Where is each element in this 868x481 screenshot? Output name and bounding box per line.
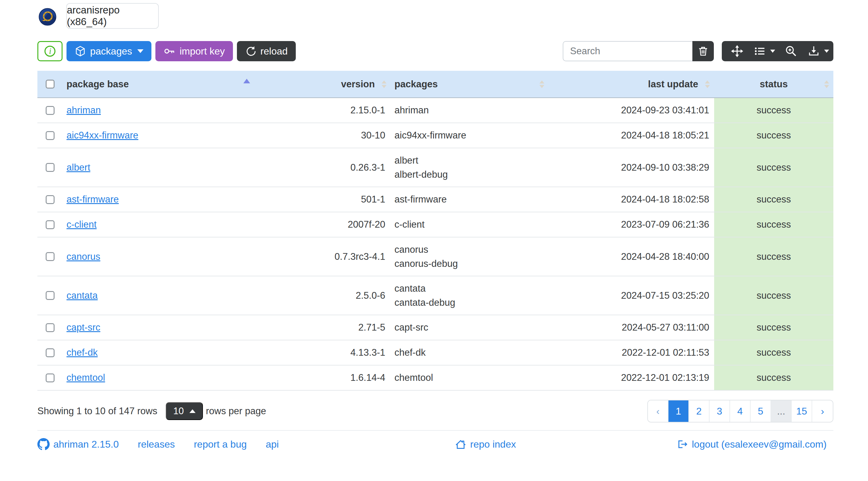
packages-cell: canoruscanorus-debug [391, 237, 549, 276]
column-header-version[interactable]: version [254, 71, 391, 97]
table-row[interactable]: cantata 2.5.0-6 cantatacantata-debug 202… [37, 276, 833, 315]
package-base-link[interactable]: albert [66, 162, 90, 173]
row-checkbox[interactable] [46, 131, 55, 140]
table-row[interactable]: aic94xx-firmware 30-10 aic94xx-firmware … [37, 123, 833, 148]
import-key-button-label: import key [180, 46, 225, 57]
table-tools-group [722, 41, 833, 61]
ahriman-web-ui: arcanisrepo (x86_64) i packages import k… [0, 0, 868, 481]
package-base-link[interactable]: canorus [66, 251, 100, 262]
trash-icon [697, 45, 709, 57]
chevron-down-icon [137, 49, 144, 53]
package-base-link[interactable]: ahriman [66, 105, 101, 116]
package-base-link[interactable]: aic94xx-firmware [66, 130, 138, 141]
table-row[interactable]: chef-dk 4.13.3-1 chef-dk 2022-12-01 02:1… [37, 341, 833, 365]
row-checkbox[interactable] [46, 163, 55, 172]
row-checkbox[interactable] [46, 291, 55, 300]
column-header-last-update[interactable]: last update [549, 71, 714, 97]
status-badge: success [757, 219, 791, 230]
package-base-link[interactable]: c-client [66, 219, 97, 230]
fullscreen-button[interactable] [724, 41, 751, 61]
table-row[interactable]: capt-src 2.71-5 capt-src 2024-05-27 03:1… [37, 315, 833, 341]
table-row[interactable]: ahriman 2.15.0-1 ahriman 2024-09-23 03:4… [37, 98, 833, 123]
column-header-packages[interactable]: packages [391, 71, 549, 97]
detail-view-button[interactable] [778, 41, 805, 61]
status-cell: success [714, 212, 833, 237]
chevron-down-icon [824, 50, 829, 53]
row-checkbox[interactable] [46, 106, 55, 115]
packages-button-label: packages [90, 46, 132, 57]
row-checkbox[interactable] [46, 252, 55, 261]
status-cell: success [714, 187, 833, 212]
page-button-4[interactable]: 4 [730, 400, 751, 422]
svg-text:i: i [49, 47, 51, 56]
import-key-button[interactable]: import key [155, 41, 233, 61]
column-header-package-base[interactable]: package base [63, 71, 254, 97]
row-checkbox[interactable] [46, 195, 55, 204]
packages-cell: capt-src [391, 315, 549, 340]
last-update-cell: 2023-07-09 06:21:36 [549, 212, 714, 237]
page-button-prev[interactable]: ‹ [648, 400, 669, 422]
github-version-link[interactable]: ahriman 2.15.0 [37, 438, 119, 450]
status-cell: success [714, 237, 833, 276]
row-checkbox[interactable] [46, 348, 55, 357]
zoom-in-icon [785, 45, 798, 58]
table-row[interactable]: chemtool 1.6.14-4 chemtool 2022-12-01 02… [37, 365, 833, 391]
reload-button[interactable]: reload [237, 41, 296, 61]
showing-rows-text: Showing 1 to 10 of 147 rows [37, 406, 157, 417]
version-cell: 501-1 [254, 187, 391, 212]
page-size-dropdown[interactable]: 10 [166, 402, 203, 420]
repository-tab[interactable]: arcanisrepo (x86_64) [66, 3, 159, 29]
row-checkbox[interactable] [46, 323, 55, 332]
package-base-link[interactable]: chef-dk [66, 347, 98, 358]
version-cell: 0.7.3rc3-4.1 [254, 237, 391, 276]
export-dropdown-button[interactable] [805, 41, 832, 61]
version-cell: 30-10 [254, 123, 391, 148]
status-cell: success [714, 276, 833, 315]
arrow-clockwise-icon [245, 45, 256, 57]
info-circle-icon: i [44, 45, 56, 57]
row-checkbox[interactable] [46, 374, 55, 382]
columns-dropdown-button[interactable] [751, 41, 778, 61]
page-button-3[interactable]: 3 [710, 400, 730, 422]
clear-search-button[interactable] [692, 41, 714, 61]
download-icon [807, 45, 820, 58]
package-base-link[interactable]: ast-firmware [66, 194, 119, 205]
packages-cell: c-client [391, 212, 549, 237]
page-button-1[interactable]: 1 [669, 400, 689, 422]
version-cell: 2.15.0-1 [254, 98, 391, 123]
status-badge: success [757, 194, 791, 205]
status-cell: success [714, 148, 833, 187]
search-input[interactable] [563, 41, 692, 61]
repo-index-link[interactable]: repo index [455, 439, 516, 450]
package-base-link[interactable]: cantata [66, 290, 98, 301]
logout-link[interactable]: logout (esalexeev@gmail.com) [676, 439, 827, 450]
table-row[interactable]: ast-firmware 501-1 ast-firmware 2024-04-… [37, 187, 833, 212]
table-row[interactable]: albert 0.26.3-1 albertalbert-debug 2024-… [37, 148, 833, 187]
report-bug-link[interactable]: report a bug [194, 439, 247, 450]
last-update-cell: 2024-09-23 03:41:01 [549, 98, 714, 123]
status-cell: success [714, 341, 833, 365]
table-row[interactable]: c-client 2007f-20 c-client 2023-07-09 06… [37, 212, 833, 237]
info-button[interactable]: i [37, 41, 63, 61]
version-cell: 0.26.3-1 [254, 148, 391, 187]
column-header-status[interactable]: status [714, 71, 833, 97]
package-base-link[interactable]: chemtool [66, 372, 105, 383]
packages-dropdown-button[interactable]: packages [66, 41, 151, 61]
table-row[interactable]: canorus 0.7.3rc3-4.1 canoruscanorus-debu… [37, 237, 833, 276]
package-base-link[interactable]: capt-src [66, 322, 100, 333]
releases-link[interactable]: releases [137, 439, 175, 450]
api-link[interactable]: api [266, 439, 279, 450]
status-cell: success [714, 315, 833, 340]
version-cell: 2007f-20 [254, 212, 391, 237]
page-button-2[interactable]: 2 [689, 400, 710, 422]
page-button-5[interactable]: 5 [751, 400, 771, 422]
last-update-cell: 2024-05-27 03:11:00 [549, 315, 714, 340]
list-columns-icon [753, 45, 766, 58]
last-update-cell: 2024-04-28 18:40:00 [549, 237, 714, 276]
page-button-next[interactable]: › [812, 400, 833, 422]
key-icon [163, 45, 176, 57]
version-cell: 2.5.0-6 [254, 276, 391, 315]
page-button-15[interactable]: 15 [792, 400, 812, 422]
row-checkbox[interactable] [46, 220, 55, 229]
select-all-checkbox[interactable] [46, 79, 55, 89]
